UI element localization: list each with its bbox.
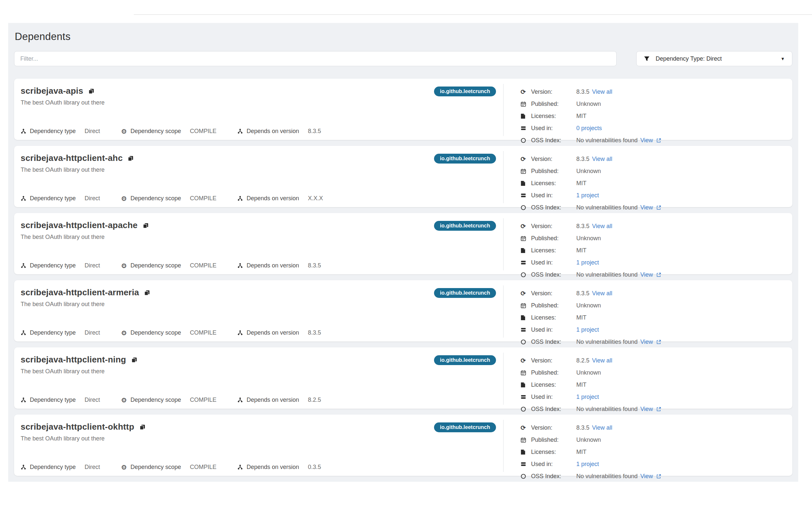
branch-icon	[21, 330, 26, 336]
external-link-icon[interactable]	[656, 272, 661, 277]
external-link-icon[interactable]	[656, 340, 661, 344]
used-in-projects-link[interactable]: 0 projects	[576, 125, 602, 132]
license-icon	[520, 113, 531, 119]
version-label: Version:	[531, 424, 576, 431]
licenses-value: MIT	[576, 113, 586, 119]
component-description: The best OAuth library out there	[21, 234, 424, 241]
dependency-type-value: Direct	[85, 464, 100, 471]
external-link-icon[interactable]	[656, 474, 661, 479]
dependency-scope-chip: ⚙ Dependency scope COMPILE	[121, 397, 216, 403]
used-in-label: Used in:	[531, 461, 576, 468]
used-in-row: Used in: 1 project	[520, 189, 786, 201]
view-all-link[interactable]: View all	[592, 290, 613, 297]
copy-icon[interactable]	[144, 290, 150, 296]
oss-index-label: OSS Index:	[531, 473, 576, 480]
view-all-link[interactable]: View all	[592, 357, 613, 364]
licenses-label: Licenses:	[531, 382, 576, 388]
external-link-icon[interactable]	[656, 205, 661, 210]
component-description: The best OAuth library out there	[21, 435, 424, 442]
used-in-row: Used in: 1 project	[520, 458, 786, 470]
projects-icon	[520, 260, 531, 265]
view-all-link[interactable]: View all	[592, 156, 613, 163]
copy-icon[interactable]	[88, 88, 94, 94]
dependency-type-value: Direct	[85, 397, 100, 403]
projects-icon	[520, 193, 531, 198]
version-value: 8.3.5	[576, 223, 589, 230]
card-main: scribejava-httpclient-ahc The best OAuth…	[21, 151, 424, 203]
card-main: scribejava-apis The best OAuth library o…	[21, 84, 424, 136]
licenses-value: MIT	[576, 180, 586, 187]
dependency-type-value: Direct	[85, 329, 100, 336]
dependency-type-dropdown[interactable]: Dependency Type: Direct ▼	[636, 51, 792, 66]
badge-column: io.github.leetcrunch	[424, 218, 503, 270]
oss-view-link[interactable]: View	[640, 473, 653, 480]
copy-icon[interactable]	[132, 357, 137, 363]
depends-on-version-value: 8.3.5	[308, 329, 321, 336]
oss-view-link[interactable]: View	[640, 271, 653, 278]
group-badge: io.github.leetcrunch	[434, 87, 496, 96]
view-all-link[interactable]: View all	[592, 424, 613, 431]
version-value: 8.3.5	[576, 290, 589, 297]
external-link-icon[interactable]	[656, 407, 661, 412]
dependency-type-chip: Dependency type Direct	[21, 397, 100, 403]
dependency-type-chip: Dependency type Direct	[21, 329, 100, 336]
used-in-projects-link[interactable]: 1 project	[576, 461, 599, 468]
group-badge: io.github.leetcrunch	[434, 154, 496, 164]
view-all-link[interactable]: View all	[592, 223, 613, 230]
licenses-value: MIT	[576, 314, 586, 321]
dependency-type-label: Dependency type	[30, 128, 76, 135]
badge-column: io.github.leetcrunch	[424, 151, 503, 203]
oss-index-value: No vulnerabilities found	[576, 204, 638, 211]
gear-icon: ⚙	[121, 128, 127, 135]
published-value: Unknown	[576, 302, 601, 309]
component-description: The best OAuth library out there	[21, 99, 424, 106]
view-all-link[interactable]: View all	[592, 88, 613, 95]
oss-view-link[interactable]: View	[640, 137, 653, 144]
used-in-projects-link[interactable]: 1 project	[576, 259, 599, 266]
component-description: The best OAuth library out there	[21, 368, 424, 375]
published-value: Unknown	[576, 369, 601, 376]
dependency-scope-chip: ⚙ Dependency scope COMPILE	[121, 262, 216, 269]
calendar-icon	[520, 303, 531, 308]
copy-icon[interactable]	[140, 424, 145, 430]
depends-on-version-chip: Depends on version 8.3.5	[237, 262, 321, 269]
oss-view-link[interactable]: View	[640, 339, 653, 345]
badge-column: io.github.leetcrunch	[424, 84, 503, 136]
projects-icon	[520, 461, 531, 467]
version-value: 8.3.5	[576, 156, 589, 163]
copy-icon[interactable]	[143, 223, 149, 229]
calendar-icon	[520, 101, 531, 107]
depends-on-version-value: 0.3.5	[308, 464, 321, 471]
licenses-row: Licenses: MIT	[520, 446, 786, 458]
published-row: Published: Unknown	[520, 300, 786, 312]
version-row: ⟳ Version: 8.3.5 View all	[520, 86, 786, 98]
card-main: scribejava-httpclient-apache The best OA…	[21, 218, 424, 270]
used-in-projects-link[interactable]: 1 project	[576, 394, 599, 401]
sync-icon: ⟳	[520, 357, 531, 364]
card-footer-chips: Dependency type Direct ⚙ Dependency scop…	[21, 262, 424, 270]
dependency-type-value: Direct	[85, 195, 100, 202]
dependency-scope-label: Dependency scope	[131, 397, 181, 403]
published-row: Published: Unknown	[520, 232, 786, 245]
component-name: scribejava-httpclient-ahc	[21, 153, 123, 163]
used-in-projects-link[interactable]: 1 project	[576, 326, 599, 333]
badge-column: io.github.leetcrunch	[424, 353, 503, 405]
dependency-scope-value: COMPILE	[190, 329, 216, 336]
oss-index-row: OSS Index: No vulnerabilities found View	[520, 403, 786, 415]
component-name: scribejava-apis	[21, 86, 83, 96]
dependency-type-chip: Dependency type Direct	[21, 128, 100, 135]
licenses-value: MIT	[576, 382, 586, 388]
oss-view-link[interactable]: View	[640, 204, 653, 211]
published-value: Unknown	[576, 168, 601, 175]
published-value: Unknown	[576, 436, 601, 443]
used-in-label: Used in:	[531, 259, 576, 266]
filter-input[interactable]	[14, 51, 617, 66]
version-value: 8.2.5	[576, 357, 589, 364]
oss-index-label: OSS Index:	[531, 339, 576, 345]
component-name: scribejava-httpclient-apache	[21, 220, 138, 230]
branch-icon	[237, 330, 243, 336]
copy-icon[interactable]	[128, 156, 134, 161]
used-in-projects-link[interactable]: 1 project	[576, 192, 599, 199]
external-link-icon[interactable]	[656, 138, 661, 143]
oss-view-link[interactable]: View	[640, 406, 653, 413]
